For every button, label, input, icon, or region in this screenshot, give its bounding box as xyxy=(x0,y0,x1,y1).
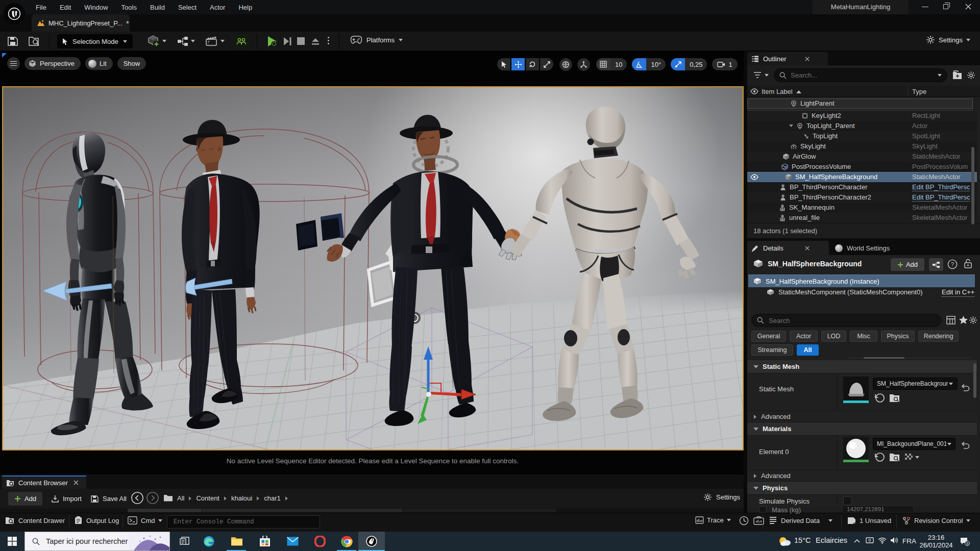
svg-text:?: ? xyxy=(951,261,954,267)
svg-text:5: 5 xyxy=(966,541,968,546)
